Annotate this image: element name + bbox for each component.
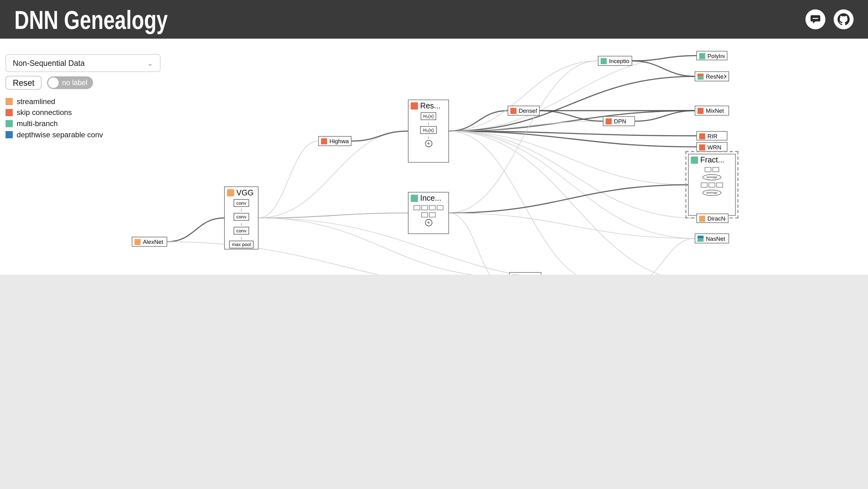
arrow-down-icon: ↓ [428,121,430,125]
genealogy-graph: Non-Sequential Data ⌄ Reset no label str… [0,39,868,274]
github-icon [838,13,850,26]
dataset-select[interactable]: Non-Sequential Data ⌄ [6,54,161,72]
category-stripe [699,133,705,139]
category-stripe [227,189,234,196]
node-nasnet[interactable]: NasNet [695,233,729,243]
category-swatch [691,156,698,163]
node-label: NasNet [706,235,725,242]
node-resnet[interactable]: Res...H₁(x)↓H₂(x)↓+ [408,100,449,163]
sum-icon: + [425,219,432,226]
category-legend: streamlinedskip connectionsmulti-branchd… [6,96,161,140]
legend-item-2: multi-branch [6,118,161,129]
github-button[interactable] [834,9,854,29]
category-swatch [411,194,418,202]
fractal-block-row [701,183,723,188]
edge-highway-resnet [352,131,408,141]
edge-vgg-highway [259,141,318,218]
fractal-block [716,183,723,188]
node-dpn[interactable]: DPN [603,116,635,126]
inception-branch-row [421,213,436,218]
toggle-label: no label [62,78,87,87]
node-header: HighwayN.. [319,137,351,145]
vgg-layer-box: max pool [229,241,254,249]
category-swatch [698,235,704,242]
node-header: AlexNet [132,237,167,246]
node-header: Inceptio... [598,57,632,65]
node-polyinception[interactable]: PolyInce... [696,51,727,60]
node-resnext[interactable]: ResNeXt [695,71,729,82]
node-rir[interactable]: RIR [696,131,727,140]
node-header: Res... [408,100,448,111]
node-header: DPN [603,117,634,126]
fractal-block [701,183,707,188]
sum-icon: + [425,140,432,147]
node-header: NasNet [695,234,728,242]
edge-resnet-senet [449,131,701,274]
node-vgg[interactable]: VGGconv↓conv↓conv↓max pool [224,186,258,250]
node-densenet[interactable]: DenseNet [508,106,540,116]
header-icons [806,9,854,29]
inception-block [413,205,420,210]
node-header: RIR [697,132,727,140]
category-stripe [699,53,705,59]
toggle-knob [48,77,59,88]
node-inception[interactable]: Ince...+ [408,192,449,234]
arrow-down-icon: ↓ [428,135,430,138]
fractal-diagram: averageaverage [689,165,735,199]
inception-block [429,205,436,210]
node-header: DenseNet [508,106,539,115]
edge-mobilenet-nasnet [633,238,695,274]
edge-inceptionv3-polyinception [632,56,696,61]
node-diracnet[interactable]: DiracNet [696,214,728,223]
category-swatch [606,118,612,124]
category-stripe [699,144,705,150]
category-stripe [698,76,704,79]
category-stripe [699,216,705,222]
inception-diagram: + [408,203,448,230]
reset-button[interactable]: Reset [6,76,42,90]
category-swatch [601,58,607,64]
arrow-down-icon: ↓ [240,208,243,212]
label-toggle[interactable]: no label [47,76,93,89]
category-swatch [227,189,234,196]
legend-swatch [6,109,13,116]
fractal-block [713,167,719,172]
category-stripe [411,102,418,109]
node-mixnet[interactable]: MixNet [695,106,729,116]
node-label: Fract... [700,155,724,164]
fractal-block [709,183,715,188]
node-label: DPN [614,118,626,124]
node-wrn[interactable]: WRN [696,142,727,152]
chat-button[interactable] [806,9,826,29]
category-stripe [601,58,607,64]
edge-inceptionv3-resnext [632,61,694,76]
edge-resnet-mobilenet [449,131,601,274]
category-swatch [699,144,705,150]
average-node: average [703,190,721,196]
category-swatch [698,73,704,79]
category-stripe [698,73,704,76]
node-fractalnet[interactable]: Fract...averageaverage [688,154,736,216]
node-header: Ince... [408,193,448,204]
legend-item-1: skip connections [6,107,161,118]
dataset-select-value: Non-Sequential Data [13,59,85,67]
node-alexnet[interactable]: AlexNet [132,237,167,247]
category-swatch [698,107,704,114]
category-swatch [512,274,518,274]
node-inceptionv3[interactable]: Inceptio... [598,56,632,66]
category-swatch [411,102,418,109]
node-highway[interactable]: HighwayN.. [318,136,352,146]
category-stripe [698,107,704,114]
category-swatch [699,53,705,59]
node-label: ResNeXt [706,73,726,79]
node-label: WRN [708,144,721,150]
node-label: SqueezeN.. [520,274,539,274]
inception-block [429,213,436,218]
legend-label: skip connections [17,108,72,117]
node-squeezenet[interactable]: SqueezeN.. [509,272,541,274]
legend-label: streamlined [17,97,55,105]
node-header: PolyInce... [697,52,727,60]
category-stripe [321,138,328,144]
resnet-layer-box: H₂(x) [420,126,436,134]
vgg-layer-box: conv [234,213,249,221]
